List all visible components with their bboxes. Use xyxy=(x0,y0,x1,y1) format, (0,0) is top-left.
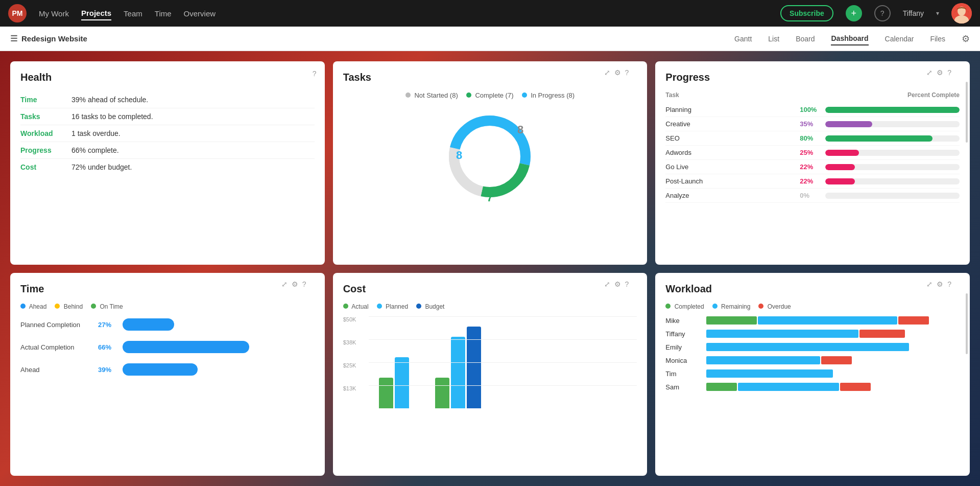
menu-icon[interactable]: ☰ xyxy=(10,34,17,43)
legend-ahead: Ahead xyxy=(20,303,46,310)
sub-navigation: ☰ Redesign Website Gantt List Board Dash… xyxy=(0,27,980,51)
health-row-progress: Progress 66% complete. xyxy=(20,142,315,159)
legend-not-started: Not Started (8) xyxy=(405,91,458,99)
svg-text:8: 8 xyxy=(517,123,523,136)
progress-row-analyze: Analyze 0% xyxy=(665,189,960,203)
legend-planned: Planned xyxy=(377,303,408,310)
tab-board[interactable]: Board xyxy=(796,33,815,45)
workload-scrollbar[interactable] xyxy=(966,293,968,354)
chevron-down-icon: ▾ xyxy=(936,10,939,17)
sam-remaining xyxy=(738,383,839,391)
progress-row-planning: Planning 100% xyxy=(665,103,960,117)
health-row-tasks: Tasks 16 tasks to be completed. xyxy=(20,108,315,125)
progress-rows: Planning 100% Creative 35% SEO 80% Adwor… xyxy=(665,103,960,203)
progress-card: Progress ⤢ ⚙ ? Task Percent Complete Pla… xyxy=(655,61,970,265)
progress-title: Progress xyxy=(665,72,960,83)
monica-remaining xyxy=(706,356,820,364)
time-row-ahead: Ahead 39% xyxy=(20,363,315,376)
cost-card: Cost ⤢ ⚙ ? Actual Planned Budget $50K xyxy=(333,273,648,476)
nav-time[interactable]: Time xyxy=(155,7,172,20)
legend-in-progress: In Progress (8) xyxy=(522,91,575,99)
nav-team[interactable]: Team xyxy=(124,7,142,20)
health-value-time: 39% ahead of schedule. xyxy=(71,96,148,104)
tab-calendar[interactable]: Calendar xyxy=(885,33,914,45)
logo[interactable]: PM xyxy=(8,4,27,22)
svg-text:7: 7 xyxy=(487,191,493,204)
progress-row-golive: Go Live 22% xyxy=(665,160,960,174)
avatar[interactable] xyxy=(951,3,972,24)
workload-card-icons: ⤢ ⚙ ? xyxy=(926,280,951,288)
time-title: Time xyxy=(20,283,315,295)
progress-header: Task Percent Complete xyxy=(665,91,960,99)
tasks-title: Tasks xyxy=(343,72,637,83)
workload-rows: Mike Tiffany Emily xyxy=(665,316,960,391)
mike-overdue xyxy=(898,316,928,325)
health-label-progress: Progress xyxy=(20,146,71,154)
time-expand-icon[interactable]: ⤢ xyxy=(281,280,288,288)
mike-completed xyxy=(706,316,757,325)
health-help-icon[interactable]: ? xyxy=(313,70,317,78)
legend-behind: Behind xyxy=(55,303,83,310)
health-label-tasks: Tasks xyxy=(20,112,71,121)
time-help-icon[interactable]: ? xyxy=(302,280,306,288)
time-card-icons: ⤢ ⚙ ? xyxy=(281,280,306,288)
cost-chart: $50K $38K $25K $13K xyxy=(343,316,637,419)
time-row-planned: Planned Completion 27% xyxy=(20,318,315,331)
donut-chart: 8 8 7 xyxy=(343,105,637,207)
progress-row-postlaunch: Post-Launch 22% xyxy=(665,174,960,189)
nav-overview[interactable]: Overview xyxy=(184,7,216,20)
not-started-dot xyxy=(405,92,411,98)
progress-help-icon[interactable]: ? xyxy=(947,68,951,77)
mike-remaining xyxy=(758,316,897,325)
progress-settings-icon[interactable]: ⚙ xyxy=(937,68,943,77)
cost-card-icons: ⤢ ⚙ ? xyxy=(604,280,629,288)
emily-remaining xyxy=(706,343,909,351)
legend-on-time: On Time xyxy=(91,303,123,310)
workload-row-tiffany: Tiffany xyxy=(665,330,960,338)
help-button[interactable]: ? xyxy=(874,5,891,21)
health-row-time: Time 39% ahead of schedule. xyxy=(20,91,315,108)
svg-text:8: 8 xyxy=(456,149,462,161)
add-button[interactable]: + xyxy=(846,5,862,21)
cost-expand-icon[interactable]: ⤢ xyxy=(604,280,610,288)
progress-row-adwords: Adwords 25% xyxy=(665,146,960,160)
workload-expand-icon[interactable]: ⤢ xyxy=(926,280,933,288)
time-settings-icon[interactable]: ⚙ xyxy=(292,280,298,288)
cost-help-icon[interactable]: ? xyxy=(625,280,629,288)
nav-my-work[interactable]: My Work xyxy=(39,7,69,20)
tasks-help-icon[interactable]: ? xyxy=(625,68,629,77)
tasks-card-icons: ⤢ ⚙ ? xyxy=(604,68,629,77)
settings-icon[interactable]: ⚙ xyxy=(962,33,970,44)
progress-expand-icon[interactable]: ⤢ xyxy=(926,68,933,77)
complete-dot xyxy=(466,92,471,98)
tasks-expand-icon[interactable]: ⤢ xyxy=(604,68,610,77)
project-title: ☰ Redesign Website xyxy=(10,34,87,43)
tasks-card: Tasks ⤢ ⚙ ? Not Started (8) Complete (7)… xyxy=(333,61,648,265)
workload-help-icon[interactable]: ? xyxy=(947,280,951,288)
health-label-time: Time xyxy=(20,96,71,104)
tab-files[interactable]: Files xyxy=(930,33,945,45)
monica-overdue xyxy=(821,356,851,364)
workload-card: Workload ⤢ ⚙ ? Completed Remaining Overd… xyxy=(655,273,970,476)
time-rows: Planned Completion 27% Actual Completion… xyxy=(20,318,315,376)
tasks-legend: Not Started (8) Complete (7) In Progress… xyxy=(343,91,637,99)
scrollbar[interactable] xyxy=(966,82,968,143)
subscribe-button[interactable]: Subscribe xyxy=(780,5,833,21)
progress-row-creative: Creative 35% xyxy=(665,117,960,131)
health-row-cost: Cost 72% under budget. xyxy=(20,159,315,175)
health-table: Time 39% ahead of schedule. Tasks 16 tas… xyxy=(20,91,315,175)
tab-dashboard[interactable]: Dashboard xyxy=(831,32,868,45)
health-label-cost: Cost xyxy=(20,163,71,171)
workload-settings-icon[interactable]: ⚙ xyxy=(937,280,943,288)
tab-list[interactable]: List xyxy=(768,33,779,45)
legend-complete: Complete (7) xyxy=(466,91,514,99)
health-card: Health ? Time 39% ahead of schedule. Tas… xyxy=(10,61,325,265)
health-row-workload: Workload 1 task overdue. xyxy=(20,125,315,142)
nav-projects[interactable]: Projects xyxy=(81,7,111,20)
time-row-actual: Actual Completion 66% xyxy=(20,341,315,353)
workload-row-monica: Monica xyxy=(665,356,960,364)
tasks-settings-icon[interactable]: ⚙ xyxy=(614,68,621,77)
tab-gantt[interactable]: Gantt xyxy=(734,33,752,45)
cost-legend: Actual Planned Budget xyxy=(343,303,637,310)
cost-settings-icon[interactable]: ⚙ xyxy=(614,280,621,288)
